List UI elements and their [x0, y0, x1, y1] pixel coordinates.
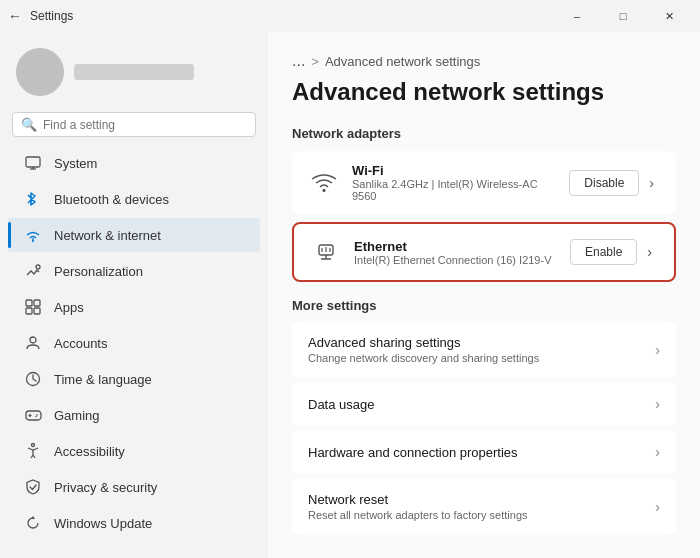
wifi-adapter-info: Wi-Fi Sanlika 2.4GHz | Intel(R) Wireless…	[352, 163, 557, 202]
wifi-adapter-item: Wi-Fi Sanlika 2.4GHz | Intel(R) Wireless…	[292, 151, 676, 214]
app-title: Settings	[30, 9, 73, 23]
bluetooth-icon	[24, 190, 42, 208]
sharing-chevron-icon: ›	[655, 342, 660, 358]
svg-point-17	[323, 189, 326, 192]
settings-item-reset[interactable]: Network reset Reset all network adapters…	[292, 478, 676, 535]
system-icon	[24, 154, 42, 172]
breadcrumb: ... > Advanced network settings	[292, 52, 676, 70]
sidebar-item-personalization[interactable]: Personalization	[8, 254, 260, 288]
datausage-info: Data usage	[308, 397, 655, 412]
breadcrumb-dots[interactable]: ...	[292, 52, 305, 70]
sidebar-label-gaming: Gaming	[54, 408, 100, 423]
sidebar-label-accounts: Accounts	[54, 336, 107, 351]
svg-point-15	[35, 415, 37, 417]
network-icon	[24, 226, 42, 244]
search-input[interactable]	[43, 118, 247, 132]
reset-chevron-icon: ›	[655, 499, 660, 515]
profile-info	[74, 64, 194, 80]
sharing-title: Advanced sharing settings	[308, 335, 655, 350]
datausage-title: Data usage	[308, 397, 655, 412]
svg-point-3	[32, 240, 34, 242]
reset-desc: Reset all network adapters to factory se…	[308, 509, 655, 521]
sidebar-label-bluetooth: Bluetooth & devices	[54, 192, 169, 207]
search-box[interactable]: 🔍	[12, 112, 256, 137]
svg-point-14	[36, 414, 38, 416]
title-bar: ← Settings – □ ✕	[0, 0, 700, 32]
sidebar-label-network: Network & internet	[54, 228, 161, 243]
ethernet-adapter-name: Ethernet	[354, 239, 558, 254]
accounts-icon	[24, 334, 42, 352]
wifi-adapter-card: Wi-Fi Sanlika 2.4GHz | Intel(R) Wireless…	[292, 151, 676, 214]
svg-rect-6	[34, 300, 40, 306]
sidebar-item-gaming[interactable]: Gaming	[8, 398, 260, 432]
sidebar-item-privacy[interactable]: Privacy & security	[8, 470, 260, 504]
svg-rect-11	[26, 411, 41, 420]
sidebar-profile	[0, 40, 268, 112]
ethernet-adapter-card: Ethernet Intel(R) Ethernet Connection (1…	[292, 222, 676, 282]
sidebar-item-accessibility[interactable]: Accessibility	[8, 434, 260, 468]
privacy-icon	[24, 478, 42, 496]
sidebar-label-update: Windows Update	[54, 516, 152, 531]
reset-info: Network reset Reset all network adapters…	[308, 492, 655, 521]
datausage-chevron-icon: ›	[655, 396, 660, 412]
sidebar-label-system: System	[54, 156, 97, 171]
sidebar-item-accounts[interactable]: Accounts	[8, 326, 260, 360]
svg-rect-5	[26, 300, 32, 306]
svg-rect-0	[26, 157, 40, 167]
window-controls: – □ ✕	[554, 0, 692, 32]
gaming-icon	[24, 406, 42, 424]
sidebar-item-apps[interactable]: Apps	[8, 290, 260, 324]
hardware-chevron-icon: ›	[655, 444, 660, 460]
svg-point-16	[32, 444, 35, 447]
ethernet-adapter-desc: Intel(R) Ethernet Connection (16) I219-V	[354, 254, 558, 266]
more-settings-title: More settings	[292, 298, 676, 313]
sidebar-item-bluetooth[interactable]: Bluetooth & devices	[8, 182, 260, 216]
settings-item-datausage[interactable]: Data usage ›	[292, 382, 676, 426]
avatar	[16, 48, 64, 96]
sidebar-label-personalization: Personalization	[54, 264, 143, 279]
hardware-title: Hardware and connection properties	[308, 445, 655, 460]
personalization-icon	[24, 262, 42, 280]
main-content: ... > Advanced network settings Advanced…	[268, 32, 700, 558]
back-icon[interactable]: ←	[8, 8, 22, 24]
sidebar-label-accessibility: Accessibility	[54, 444, 125, 459]
ethernet-expand-button[interactable]: ›	[641, 240, 658, 264]
ethernet-adapter-item: Ethernet Intel(R) Ethernet Connection (1…	[294, 224, 674, 280]
sidebar-label-apps: Apps	[54, 300, 84, 315]
wifi-adapter-name: Wi-Fi	[352, 163, 557, 178]
maximize-button[interactable]: □	[600, 0, 646, 32]
sharing-desc: Change network discovery and sharing set…	[308, 352, 655, 364]
wifi-adapter-desc: Sanlika 2.4GHz | Intel(R) Wireless-AC 95…	[352, 178, 557, 202]
svg-point-9	[30, 337, 36, 343]
wifi-disable-button[interactable]: Disable	[569, 170, 639, 196]
wifi-expand-button[interactable]: ›	[643, 171, 660, 195]
title-bar-left: ← Settings	[8, 8, 73, 24]
ethernet-enable-button[interactable]: Enable	[570, 239, 637, 265]
sidebar-item-system[interactable]: System	[8, 146, 260, 180]
ethernet-adapter-info: Ethernet Intel(R) Ethernet Connection (1…	[354, 239, 558, 266]
network-adapters-title: Network adapters	[292, 126, 676, 141]
accessibility-icon	[24, 442, 42, 460]
hardware-info: Hardware and connection properties	[308, 445, 655, 460]
wifi-icon	[308, 167, 340, 199]
breadcrumb-page: Advanced network settings	[325, 54, 480, 69]
sidebar-label-privacy: Privacy & security	[54, 480, 157, 495]
close-button[interactable]: ✕	[646, 0, 692, 32]
sidebar-item-update[interactable]: Windows Update	[8, 506, 260, 540]
page-title: Advanced network settings	[292, 78, 676, 106]
settings-item-hardware[interactable]: Hardware and connection properties ›	[292, 430, 676, 474]
sidebar-item-network[interactable]: Network & internet	[8, 218, 260, 252]
reset-title: Network reset	[308, 492, 655, 507]
svg-rect-8	[34, 308, 40, 314]
sidebar-item-time[interactable]: Time & language	[8, 362, 260, 396]
time-icon	[24, 370, 42, 388]
ethernet-icon	[310, 236, 342, 268]
sidebar: 🔍 System Bluetooth & devices Network & i…	[0, 32, 268, 558]
settings-item-sharing[interactable]: Advanced sharing settings Change network…	[292, 321, 676, 378]
search-icon: 🔍	[21, 117, 37, 132]
svg-point-4	[36, 265, 40, 269]
wifi-adapter-actions: Disable ›	[569, 170, 660, 196]
minimize-button[interactable]: –	[554, 0, 600, 32]
sidebar-label-time: Time & language	[54, 372, 152, 387]
svg-rect-7	[26, 308, 32, 314]
